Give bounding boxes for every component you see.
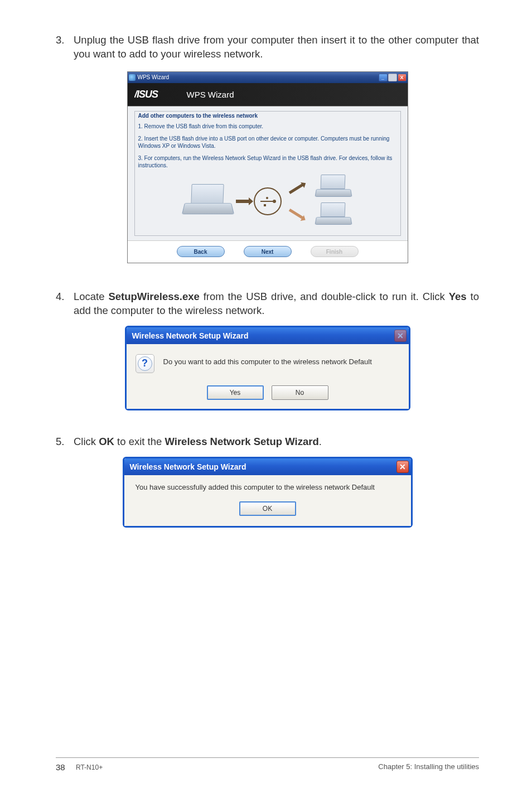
laptop-icon [185,184,231,219]
step-4-number: 4. [56,290,74,318]
wps-instruction-3: 3. For computers, run the Wireless Netwo… [138,155,397,169]
dialog2-title: Wireless Network Setup Wizard [130,462,396,471]
dialog2-close-button[interactable]: ✕ [396,461,409,473]
usb-icon [254,187,282,215]
step-3: 3. Unplug the USB flash drive from your … [56,33,479,61]
chapter-label: Chapter 5: Installing the utilities [378,762,479,772]
step-4: 4. Locate SetupWireless.exe from the USB… [56,290,479,318]
back-button[interactable]: Back [177,246,225,257]
step-3-text: Unplug the USB flash drive from your com… [74,33,479,61]
question-icon: ? [136,354,154,373]
wps-instruction-1: 1. Remove the USB flash drive from this … [138,123,397,131]
window-title: WPS Wizard [138,74,379,80]
page-footer: 38 RT-N10+ Chapter 5: Installing the uti… [56,757,479,772]
dialog2-titlebar: Wireless Network Setup Wizard ✕ [124,458,411,475]
banner-title: WPS Wizard [187,90,234,99]
svg-text:/ISUS: /ISUS [134,89,158,100]
arrow-right-icon [236,200,249,203]
success-dialog: Wireless Network Setup Wizard ✕ You have… [123,457,413,528]
no-button[interactable]: No [272,385,328,400]
step-3-number: 3. [56,33,74,61]
finish-button: Finish [311,246,359,257]
dialog1-message: Do you want to add this computer to the … [163,354,372,366]
dialog1-titlebar: Wireless Network Setup Wizard ✕ [127,327,409,344]
step-4-text: Locate SetupWireless.exe from the USB dr… [74,290,479,318]
page-number: 38 [56,762,76,772]
maximize-button [388,74,397,81]
dialog2-message: You have successfully added this compute… [134,483,401,491]
wps-titlebar: WPS Wizard _ X [128,72,408,83]
confirm-dialog: Wireless Network Setup Wizard ✕ ? Do you… [125,326,410,410]
wps-wizard-window: WPS Wizard _ X /ISUS WPS Wizard Add othe… [127,71,408,263]
step-5: 5. Click OK to exit the Wireless Network… [56,435,479,449]
split-arrows-icon [286,182,312,221]
step-5-number: 5. [56,435,74,449]
next-button[interactable]: Next [244,246,292,257]
yes-button[interactable]: Yes [207,385,264,400]
wps-subtitle: Add other computers to the wireless netw… [138,113,397,119]
minimize-button[interactable]: _ [379,74,388,81]
wps-banner: /ISUS WPS Wizard [128,83,408,107]
wps-instruction-2: 2. Insert the USB flash drive into a USB… [138,136,397,149]
ok-button[interactable]: OK [239,501,296,516]
wps-graphic [138,175,397,228]
asus-logo: /ISUS [134,88,179,100]
wps-footer: Back Next Finish [128,240,408,263]
dialog1-title: Wireless Network Setup Wizard [132,331,394,340]
laptops-icon [316,175,351,228]
app-icon [129,74,136,81]
close-button[interactable]: X [398,74,407,81]
step-5-text: Click OK to exit the Wireless Network Se… [74,435,479,449]
dialog1-close-icon: ✕ [394,330,407,342]
model-name: RT-N10+ [76,762,378,772]
